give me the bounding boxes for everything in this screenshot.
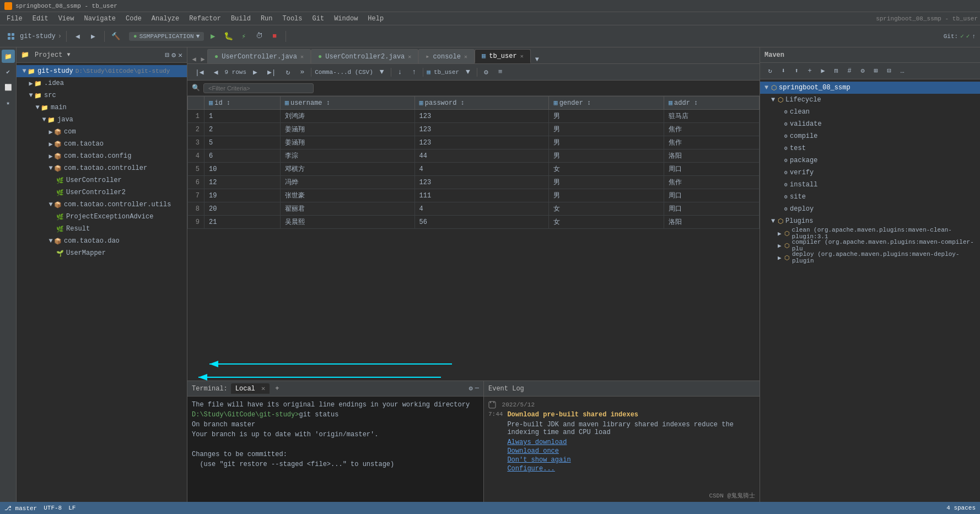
- tree-utils[interactable]: ▼ 📦 com.taotao.controller.utils: [17, 199, 187, 211]
- table-row[interactable]: 9 21 吴晨熙 56 女 洛阳: [188, 216, 760, 229]
- table-row[interactable]: 6 12 冯烨 123 男 焦作: [188, 176, 760, 189]
- tree-root[interactable]: ▼ 📁 git-study D:\Study\GitCode\git-study: [17, 65, 187, 77]
- table-row[interactable]: 8 20 翟丽君 4 女 周口: [188, 202, 760, 216]
- maven-lifecycle-validate[interactable]: ⚙ validate: [760, 118, 980, 130]
- filter-input[interactable]: [203, 83, 314, 93]
- maven-lifecycle-site[interactable]: ⚙ site: [760, 191, 980, 203]
- col-addr-header[interactable]: ▦addr ↕: [664, 97, 759, 110]
- tree-java[interactable]: ▼ 📁 java: [17, 114, 187, 126]
- next-btn[interactable]: ▶: [250, 67, 261, 78]
- last-row-btn[interactable]: ▶|: [264, 67, 279, 78]
- project-dropdown-arrow[interactable]: ▼: [67, 52, 70, 58]
- filter-settings-btn[interactable]: ≡: [495, 67, 506, 77]
- table-row[interactable]: 3 5 姜涵翔 123 男 焦作: [188, 136, 760, 149]
- status-indent[interactable]: 4 spaces: [946, 505, 976, 511]
- tab-usercontroller[interactable]: ● UserController.java ✕: [207, 49, 311, 63]
- debug-button[interactable]: 🐛: [222, 30, 235, 43]
- maven-lifecycle-install[interactable]: ⚙ install: [760, 179, 980, 191]
- maven-lifecycle-package[interactable]: ⚙ package: [760, 154, 980, 167]
- tree-dao[interactable]: ▼ 📦 com.taotao.dao: [17, 235, 187, 247]
- navigate-forward-btn[interactable]: ▶: [87, 30, 100, 43]
- maven-plugin-deploy[interactable]: ▶ ⬡ deploy (org.apache.maven.plugins:mav…: [760, 251, 980, 264]
- table-dropdown[interactable]: ▼: [462, 67, 473, 77]
- run-button[interactable]: ▶: [206, 30, 219, 43]
- commit-icon[interactable]: ✔: [2, 65, 15, 78]
- maven-debug-btn[interactable]: m: [831, 66, 842, 77]
- maven-run-btn[interactable]: ▶: [817, 66, 828, 77]
- menu-help[interactable]: Help: [363, 14, 388, 24]
- prev-btn[interactable]: ◀: [211, 67, 222, 78]
- tree-controller[interactable]: ▼ 📦 com.taotao.controller: [17, 162, 187, 174]
- maven-plugin-clean[interactable]: ▶ ⬡ clean (org.apache.maven.plugins:mave…: [760, 227, 980, 239]
- tree-usercontroller[interactable]: 🌿 UserController: [17, 174, 187, 186]
- maven-reload-btn[interactable]: ↻: [764, 66, 776, 77]
- table-row[interactable]: 1 1 刘鸿涛 123 男 驻马店: [188, 110, 760, 123]
- tree-config[interactable]: ▶ 📦 com.taotao.config: [17, 150, 187, 162]
- menu-file[interactable]: File: [2, 14, 27, 24]
- stop-button[interactable]: ■: [268, 30, 281, 43]
- tree-usermapper[interactable]: 🌱 UserMapper: [17, 247, 187, 259]
- tab-local-close[interactable]: ✕: [261, 385, 265, 393]
- profile-button[interactable]: ⏱: [252, 30, 266, 43]
- maven-lifecycle-header[interactable]: ▼ ⬡ Lifecycle: [760, 94, 980, 106]
- tree-idea[interactable]: ▶ 📁 .idea: [17, 77, 187, 89]
- col-id-header[interactable]: ▦id ↕: [204, 97, 281, 110]
- maven-download-btn[interactable]: ⬇: [778, 66, 789, 77]
- tree-src[interactable]: ▼ 📁 src: [17, 89, 187, 101]
- tree-com[interactable]: ▶ 📦 com: [17, 126, 187, 138]
- tree-pea[interactable]: 🌿 ProjectExceptionAdvice: [17, 211, 187, 223]
- tree-main[interactable]: ▼ 📁 main: [17, 101, 187, 114]
- close-panel-icon[interactable]: ✕: [178, 51, 182, 60]
- maven-add-btn[interactable]: +: [804, 66, 815, 77]
- project-icon[interactable]: 📁: [2, 50, 15, 63]
- event-link-once[interactable]: Download once: [507, 447, 755, 455]
- maven-lifecycle-clean[interactable]: ⚙ clean: [760, 106, 980, 118]
- import-btn[interactable]: ↑: [408, 67, 419, 77]
- maven-project-root[interactable]: ▼ ⬡ springboot_08_ssmp: [760, 82, 980, 94]
- maven-collapse-btn[interactable]: ⊟: [884, 66, 895, 77]
- tab-uc2-close[interactable]: ✕: [408, 53, 411, 60]
- tab-tbuser-close[interactable]: ✕: [520, 53, 524, 60]
- maven-upload-btn[interactable]: ⬆: [791, 66, 802, 77]
- terminal-settings-btn[interactable]: ⚙: [469, 384, 473, 393]
- tab-nav-right[interactable]: ▶: [198, 55, 207, 63]
- coverage-button[interactable]: ⚡: [237, 30, 250, 43]
- maven-plugins-header[interactable]: ▼ ⬡ Plugins: [760, 215, 980, 227]
- structure-icon[interactable]: ⬜: [2, 81, 15, 94]
- tab-usercontroller2[interactable]: ● UserController2.java ✕: [311, 49, 418, 63]
- maven-expand-btn[interactable]: ⊞: [870, 66, 881, 77]
- menu-view[interactable]: View: [54, 14, 79, 24]
- project-dropdown-icon[interactable]: 📁: [21, 51, 29, 59]
- menu-git[interactable]: Git: [308, 14, 329, 24]
- reload-btn[interactable]: ↻: [283, 67, 294, 78]
- maven-settings-btn[interactable]: ⚙: [857, 66, 868, 77]
- menu-navigate[interactable]: Navigate: [79, 14, 120, 24]
- breadcrumb-btn[interactable]: [4, 30, 18, 43]
- menu-edit[interactable]: Edit: [28, 14, 53, 24]
- menu-build[interactable]: Build: [227, 14, 255, 24]
- menu-tools[interactable]: Tools: [278, 14, 307, 24]
- menu-window[interactable]: Window: [330, 14, 362, 24]
- tab-tbuser[interactable]: ▦ tb_user ✕: [475, 49, 531, 63]
- col-gender-header[interactable]: ▦gender ↕: [549, 97, 664, 110]
- format-dropdown[interactable]: ▼: [376, 67, 387, 77]
- terminal-tab-local[interactable]: Local ✕: [231, 383, 270, 394]
- event-link-always[interactable]: Always download: [507, 438, 755, 446]
- collapse-all-icon[interactable]: ⊟: [165, 51, 170, 60]
- status-branch[interactable]: ⎇ master: [4, 505, 37, 512]
- tree-result[interactable]: 🌿 Result: [17, 223, 187, 235]
- menu-refactor[interactable]: Refactor: [185, 14, 225, 24]
- table-row[interactable]: 5 10 邓棋方 4 女 周口: [188, 163, 760, 176]
- build-btn[interactable]: 🔨: [109, 30, 122, 43]
- git-upload[interactable]: ↑: [972, 33, 976, 40]
- navigate-back-btn[interactable]: ◀: [71, 30, 84, 43]
- table-row[interactable]: 2 2 姜涵翔 123 男 焦作: [188, 123, 760, 136]
- first-row-btn[interactable]: |◀: [192, 67, 207, 78]
- more-btn[interactable]: »: [297, 67, 308, 77]
- status-encoding[interactable]: UTF-8: [44, 505, 62, 511]
- tab-console-close[interactable]: ✕: [464, 53, 467, 60]
- maven-more-btn[interactable]: …: [897, 66, 908, 77]
- settings-icon[interactable]: ⚙: [171, 51, 176, 60]
- menu-code[interactable]: Code: [121, 14, 146, 24]
- export-btn[interactable]: ↓: [395, 67, 406, 77]
